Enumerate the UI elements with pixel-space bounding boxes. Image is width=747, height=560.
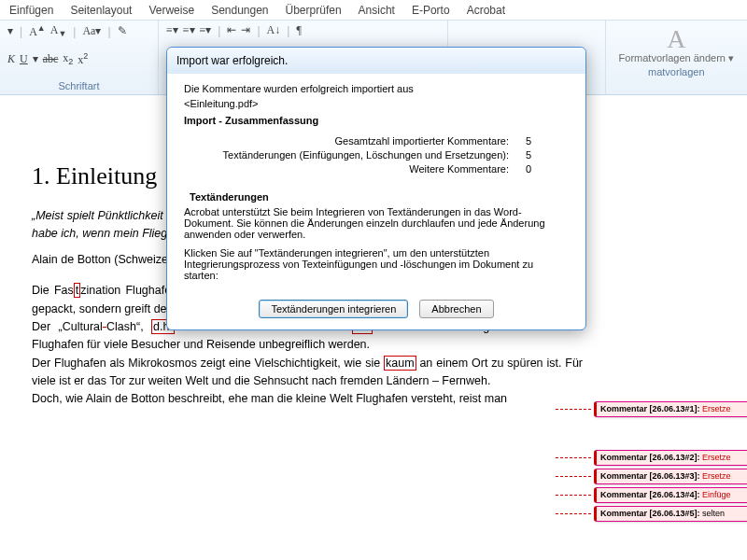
tab-eporto[interactable]: E-Porto (412, 4, 450, 17)
comment-5[interactable]: Kommentar [26.06.13#5]: selten (594, 506, 747, 522)
body-p3: Der Flughafen als Mikrokosmos zeigt eine… (32, 355, 583, 391)
numbering-icon[interactable]: ≡▾ (183, 23, 195, 37)
integrate-button[interactable]: Textänderungen integrieren (259, 300, 408, 318)
comment-4[interactable]: Kommentar [26.06.13#4]: Einfüge (594, 487, 747, 503)
summary-row-2: Textänderungen (Einfügungen, Löschungen … (184, 149, 531, 161)
dialog-body: Die Kommentare wurden erfolgreich import… (167, 74, 585, 290)
dialog-line1: Die Kommentare wurden erfolgreich import… (184, 83, 569, 94)
styles-change-button[interactable]: Formatvorlagen ändern ▾ (619, 52, 734, 64)
group-label-font: Schriftart (7, 78, 150, 92)
connector-5 (556, 513, 591, 514)
clear-format-icon[interactable]: ✎ (118, 24, 127, 38)
dialog-section-title: Textänderungen (190, 191, 569, 203)
dialog-para2: Klicken Sie auf "Textänderungen integrie… (184, 247, 569, 281)
summary-row-1: Gesamtzahl importierter Kommentare:5 (184, 135, 531, 147)
tab-sendungen[interactable]: Sendungen (211, 4, 268, 17)
tab-ueberpruefen[interactable]: Überprüfen (286, 4, 342, 17)
connector-4 (556, 495, 591, 496)
underline-button[interactable]: U (20, 52, 28, 66)
import-dialog: Import war erfolgreich. Die Kommentare w… (166, 47, 586, 330)
tab-einfuegen[interactable]: Einfügen (9, 4, 53, 17)
dialog-buttons: Textänderungen integrieren Abbrechen (167, 290, 585, 329)
indent-dec-icon[interactable]: ⇤ (227, 23, 236, 37)
superscript-button[interactable]: x2 (78, 51, 88, 67)
paste-icon[interactable]: ▾ (7, 24, 13, 38)
dialog-title: Import war erfolgreich. (167, 48, 585, 74)
cancel-button[interactable]: Abbrechen (419, 300, 493, 318)
subscript-button[interactable]: x2 (63, 51, 73, 66)
dialog-line2: <Einleitung.pdf> (184, 98, 569, 109)
dialog-para1: Acrobat unterstützt Sie beim Integrieren… (184, 206, 569, 240)
bullets-icon[interactable]: ≡▾ (166, 23, 178, 37)
multilevel-icon[interactable]: ≡▾ (200, 23, 212, 37)
connector-2 (556, 457, 591, 458)
tab-ansicht[interactable]: Ansicht (359, 4, 395, 17)
indent-inc-icon[interactable]: ⇥ (241, 23, 250, 37)
tab-acrobat[interactable]: Acrobat (467, 4, 505, 17)
ribbon-tabs: Einfügen Seitenlayout Verweise Sendungen… (0, 0, 747, 21)
tab-seitenlayout[interactable]: Seitenlayout (70, 4, 132, 17)
mark-kaum: kaum (384, 356, 416, 371)
italic-button[interactable]: K (7, 52, 15, 66)
change-case-icon[interactable]: Aa▾ (82, 24, 101, 38)
sort-icon[interactable]: A↓ (267, 23, 281, 37)
comment-3[interactable]: Kommentar [26.06.13#3]: Ersetze (594, 469, 747, 484)
underline-menu[interactable]: ▾ (33, 52, 38, 66)
font-shrink-icon[interactable]: A▼ (50, 23, 67, 38)
connector-3 (556, 476, 591, 477)
connector-1 (556, 409, 591, 410)
font-grow-icon[interactable]: A▲ (29, 23, 46, 39)
tab-verweise[interactable]: Verweise (148, 4, 194, 17)
group-label-styles: matvorlagen (619, 66, 734, 77)
comment-1[interactable]: Kommentar [26.06.13#1]: Ersetze (594, 401, 747, 417)
pilcrow-icon[interactable]: ¶ (296, 23, 301, 37)
body-p4: Doch, wie Alain de Botton beschreibt, eh… (32, 390, 583, 408)
summary-row-3: Weitere Kommentare:0 (184, 163, 531, 175)
dialog-heading: Import - Zusammenfassung (184, 115, 569, 126)
ribbon-group-clipboard: ▾ | A▲ A▼ | Aa▾ | ✎ K U ▾ abc x2 x2 Schr… (0, 21, 159, 94)
strike-button[interactable]: abc (43, 52, 59, 66)
comment-2[interactable]: Kommentar [26.06.13#2]: Ersetze (594, 450, 747, 466)
ribbon-group-styles: A Formatvorlagen ändern ▾ matvorlagen (605, 21, 747, 94)
styles-icon[interactable]: A (619, 26, 734, 52)
